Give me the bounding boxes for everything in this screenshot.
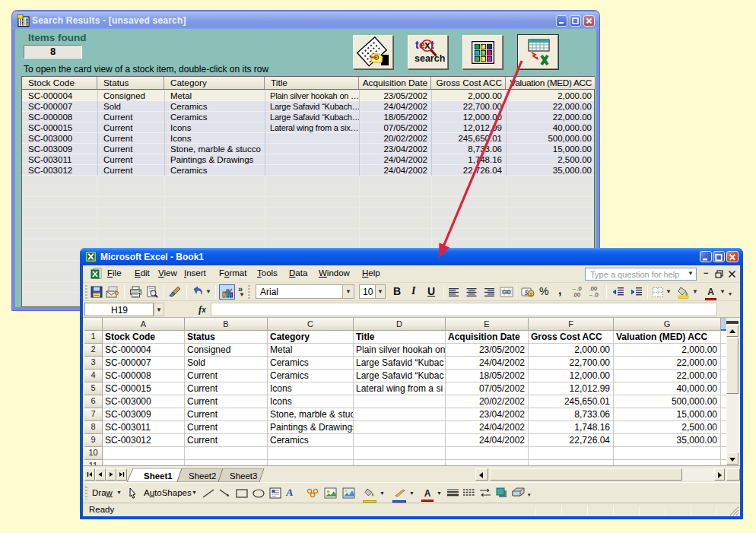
- svg-text:Sheet2: Sheet2: [189, 471, 216, 481]
- svg-text:search: search: [415, 53, 445, 64]
- svg-text:s: s: [529, 291, 532, 297]
- svg-text:Sheet1: Sheet1: [144, 471, 173, 481]
- svg-text:+a: +a: [505, 290, 509, 293]
- svg-text:Sheet3: Sheet3: [230, 471, 257, 481]
